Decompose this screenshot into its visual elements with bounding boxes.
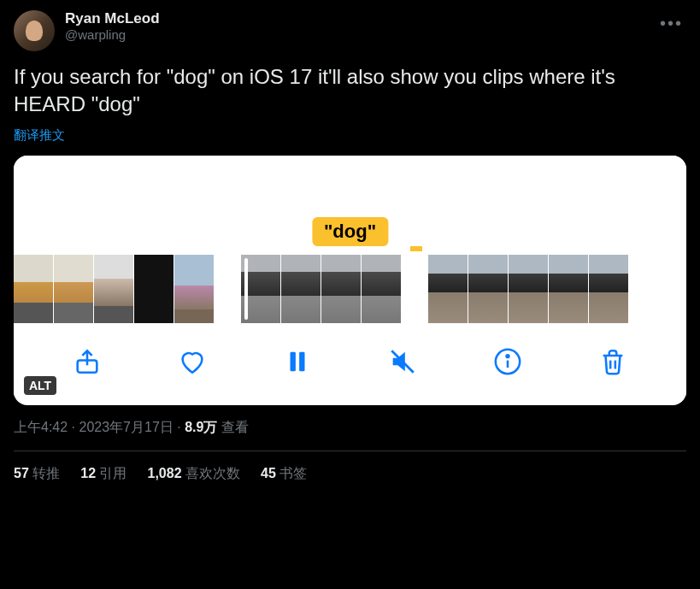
avatar[interactable] [14,10,55,51]
clip-group[interactable] [428,255,628,323]
svg-point-6 [507,355,509,357]
tweet-container: Ryan McLeod @warpling ••• If you search … [0,0,700,493]
views-label: 查看 [217,420,248,434]
media-header-whitespace: "dog" [14,156,686,246]
timeline-frame [14,255,53,323]
handle: @warpling [65,27,646,42]
timeline-frame [589,255,628,323]
timeline-frame [134,255,174,323]
stats-row: 57 转推 12 引用 1,082 喜欢次数 45 书签 [14,451,686,483]
retweets-stat[interactable]: 57 转推 [14,465,60,483]
translate-link[interactable]: 翻译推文 [14,127,686,144]
timeline-frame [549,255,588,323]
pause-icon[interactable] [281,345,314,378]
timeline-frame [509,255,548,323]
alt-badge[interactable]: ALT [24,376,56,395]
timeline-frame [241,255,280,323]
quotes-stat[interactable]: 12 引用 [80,465,126,483]
svg-rect-1 [290,351,295,371]
timeline-frame [94,255,133,323]
timeline-frame [362,255,401,323]
more-icon[interactable]: ••• [656,10,686,37]
video-timeline[interactable] [14,246,686,328]
timeline-frame [468,255,508,323]
timeline-frame [321,255,361,323]
media-toolbar [14,328,686,397]
svg-rect-2 [299,351,304,371]
tweet-text: If you search for "dog" on iOS 17 it'll … [14,63,686,119]
timeline-frame [54,255,93,323]
author-block[interactable]: Ryan McLeod @warpling [65,10,646,42]
heart-icon[interactable] [176,345,209,378]
timeline-frame [428,255,468,323]
media-card[interactable]: "dog" [14,156,686,405]
trash-icon[interactable] [597,345,629,378]
mute-icon[interactable] [386,345,419,378]
clip-group[interactable] [14,255,214,323]
timeline-frame [174,255,214,323]
clip-group[interactable] [241,255,401,323]
tweet-time[interactable]: 上午4:42 [14,420,68,434]
info-icon[interactable] [491,345,524,378]
views-count: 8.9万 [185,420,217,434]
tweet-meta: 上午4:42 · 2023年7月17日 · 8.9万 查看 [14,419,686,437]
timeline-frame [281,255,321,323]
likes-stat[interactable]: 1,082 喜欢次数 [148,465,241,483]
search-term-badge: "dog" [312,217,388,246]
playhead-marker [410,246,422,251]
tweet-date[interactable]: 2023年7月17日 [79,420,173,434]
bookmarks-stat[interactable]: 45 书签 [261,465,307,483]
tweet-header: Ryan McLeod @warpling ••• [14,10,686,51]
display-name: Ryan McLeod [65,10,646,27]
share-icon[interactable] [71,345,103,378]
